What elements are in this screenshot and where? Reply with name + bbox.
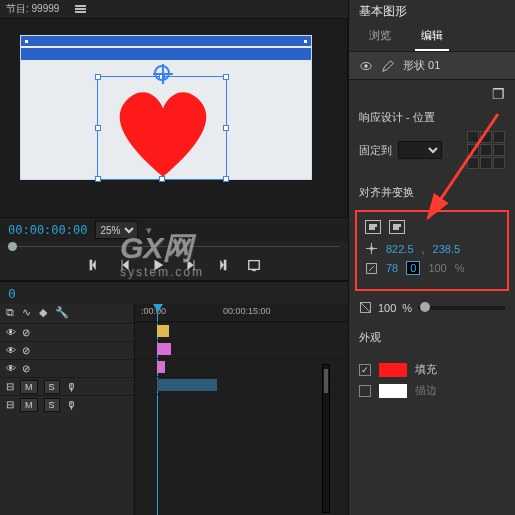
audio-meter bbox=[322, 364, 330, 513]
solo-button[interactable]: S bbox=[44, 380, 60, 394]
timeline-tools: ⧉ ∿ ◆ 🔧 bbox=[0, 306, 134, 323]
align-left-icon[interactable] bbox=[365, 220, 381, 234]
pos-y[interactable]: 238.5 bbox=[433, 243, 461, 255]
timecode[interactable]: 00:00:00:00 bbox=[8, 223, 87, 237]
video-clip[interactable] bbox=[157, 325, 169, 337]
stroke-swatch[interactable] bbox=[379, 384, 407, 398]
group-icon[interactable]: ❐ bbox=[492, 86, 505, 102]
mark-out-icon[interactable] bbox=[215, 258, 229, 272]
pin-label: 固定到 bbox=[359, 143, 392, 158]
track-row[interactable]: ⊟ M S 🎙 bbox=[0, 377, 134, 395]
chevron-down-icon[interactable]: ▾ bbox=[146, 224, 152, 237]
link-icon[interactable]: ∿ bbox=[22, 306, 31, 319]
appearance-title: 外观 bbox=[359, 330, 505, 345]
scale-a[interactable]: 78 bbox=[386, 262, 398, 274]
scale-100: 100 bbox=[428, 262, 446, 274]
mute-icon[interactable]: ⊟ bbox=[6, 399, 14, 410]
align-title: 对齐并变换 bbox=[359, 185, 505, 200]
scale-icon[interactable] bbox=[365, 262, 378, 275]
tab-browse[interactable]: 浏览 bbox=[363, 26, 397, 51]
pen-icon[interactable] bbox=[381, 59, 395, 73]
track-row[interactable]: 👁⊘ bbox=[0, 323, 134, 341]
time-ruler[interactable]: :00:00 00:00:15:00 bbox=[135, 304, 348, 322]
audio-clip[interactable] bbox=[157, 379, 217, 391]
project-label: 节目: 99999 bbox=[6, 2, 59, 16]
opacity-icon[interactable] bbox=[359, 301, 372, 314]
canvas[interactable] bbox=[20, 35, 312, 180]
pin-select[interactable] bbox=[398, 141, 442, 159]
tab-edit[interactable]: 编辑 bbox=[415, 26, 449, 51]
play-icon[interactable] bbox=[151, 258, 165, 272]
timeline-timecode[interactable]: 0 bbox=[8, 286, 16, 301]
opacity-value[interactable]: 100 bbox=[378, 302, 396, 314]
video-clip[interactable] bbox=[157, 343, 171, 355]
stroke-label: 描边 bbox=[415, 383, 437, 398]
layer-name: 形状 01 bbox=[403, 58, 440, 73]
heart-shape[interactable] bbox=[108, 83, 218, 179]
marker-icon[interactable]: ◆ bbox=[39, 306, 47, 319]
anchor-point-icon[interactable] bbox=[154, 65, 170, 81]
video-clip[interactable] bbox=[157, 361, 165, 373]
eye-icon[interactable]: 👁 bbox=[6, 327, 16, 338]
panel-title: 基本图形 bbox=[349, 0, 515, 22]
eye-icon[interactable] bbox=[359, 59, 373, 73]
step-back-icon[interactable] bbox=[119, 258, 133, 272]
wrench-icon[interactable]: 🔧 bbox=[55, 306, 69, 319]
transport-controls bbox=[0, 250, 348, 280]
scrub-bar[interactable] bbox=[8, 246, 340, 247]
zoom-select[interactable]: 25% bbox=[95, 221, 138, 239]
track-row[interactable]: ⊟ M S 🎙 bbox=[0, 395, 134, 413]
lock-icon[interactable]: ⊘ bbox=[22, 363, 30, 374]
mic-icon[interactable]: 🎙 bbox=[66, 381, 77, 393]
mute-icon[interactable]: ⊟ bbox=[6, 381, 14, 392]
program-monitor bbox=[0, 18, 348, 218]
responsive-title: 响应设计 - 位置 bbox=[359, 110, 505, 125]
lock-icon[interactable]: ⊘ bbox=[22, 327, 30, 338]
eye-icon[interactable]: 👁 bbox=[6, 363, 16, 374]
mic-icon[interactable]: 🎙 bbox=[66, 399, 77, 411]
selection-bbox[interactable] bbox=[97, 76, 227, 180]
svg-point-2 bbox=[364, 64, 368, 68]
pin-grid[interactable] bbox=[467, 131, 505, 169]
track-row[interactable]: 👁⊘ bbox=[0, 359, 134, 377]
snap-icon[interactable]: ⧉ bbox=[6, 306, 14, 319]
position-icon[interactable] bbox=[365, 242, 378, 255]
pos-x[interactable]: 822.5 bbox=[386, 243, 414, 255]
mark-in-icon[interactable] bbox=[87, 258, 101, 272]
layer-item[interactable]: 形状 01 bbox=[349, 51, 515, 80]
mute-button[interactable]: M bbox=[20, 398, 38, 412]
lock-icon[interactable]: ⊘ bbox=[22, 345, 30, 356]
track-row[interactable]: 👁⊘ bbox=[0, 341, 134, 359]
scale-b[interactable]: 0 bbox=[406, 261, 420, 275]
fill-swatch[interactable] bbox=[379, 363, 407, 377]
highlight-box: 822.5 , 238.5 78 0 100 % bbox=[355, 210, 509, 291]
scale-pct: % bbox=[455, 262, 465, 274]
solo-button[interactable]: S bbox=[44, 398, 60, 412]
timeline-panel: 0 ⧉ ∿ ◆ 🔧 👁⊘ 👁⊘ 👁⊘ ⊟ M S bbox=[0, 281, 348, 515]
stroke-checkbox[interactable] bbox=[359, 385, 371, 397]
opacity-slider[interactable] bbox=[418, 306, 505, 310]
menu-icon[interactable] bbox=[75, 4, 86, 14]
fill-label: 填充 bbox=[415, 362, 437, 377]
svg-rect-0 bbox=[249, 261, 260, 270]
align-center-icon[interactable] bbox=[389, 220, 405, 234]
mute-button[interactable]: M bbox=[20, 380, 38, 394]
step-fwd-icon[interactable] bbox=[183, 258, 197, 272]
export-frame-icon[interactable] bbox=[247, 258, 261, 272]
ruler-label: 00:00:15:00 bbox=[223, 306, 271, 316]
program-header: 节目: 99999 bbox=[0, 0, 348, 18]
pos-sep: , bbox=[422, 243, 425, 255]
opacity-pct: % bbox=[402, 302, 412, 314]
eye-icon[interactable]: 👁 bbox=[6, 345, 16, 356]
fill-checkbox[interactable] bbox=[359, 364, 371, 376]
